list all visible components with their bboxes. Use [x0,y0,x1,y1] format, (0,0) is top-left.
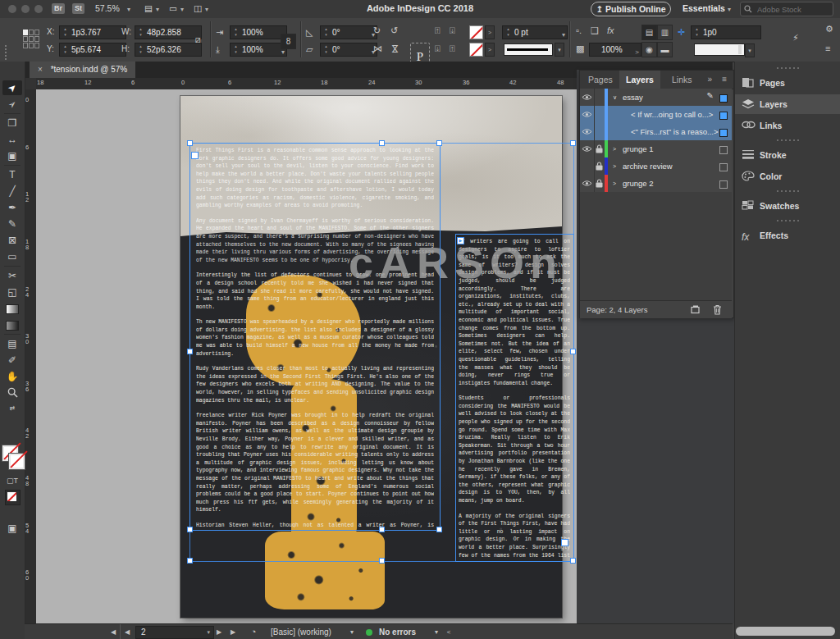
panel-menu-icon[interactable]: ≡ [722,71,727,89]
search-input[interactable] [756,3,833,15]
selection-handle[interactable] [570,558,576,564]
tab-layers[interactable]: Layers [619,71,660,89]
layer-row-essay[interactable]: ∨ essay ✎ [580,89,732,107]
ruler-origin-corner[interactable] [25,78,37,90]
selection-proxy[interactable] [719,94,728,103]
layer-row-grunge-2[interactable]: > grunge 2 [580,175,732,193]
selection-handle[interactable] [187,349,193,354]
collapse-panel-icon[interactable]: » [707,71,712,89]
stroke-swatch-none[interactable] [9,454,25,469]
opacity-field[interactable]: 100% > [589,43,641,57]
gap-tool[interactable]: ↔ [2,132,22,147]
visibility-toggle[interactable] [580,175,595,192]
selection-proxy[interactable] [719,129,728,137]
selection-handle[interactable] [379,140,385,146]
layer-row-text-frame-1[interactable]: < If wr...oing to call o...> [580,106,732,124]
content-collector-tool[interactable]: ▣ [2,148,22,163]
scissors-tool[interactable]: ✂ [2,268,22,283]
vertical-ruler[interactable]: 0 6 12 18 24 30 36 42 48 54 60 [25,89,37,623]
pencil-tool[interactable]: ✎ [2,217,22,231]
visibility-toggle[interactable] [580,89,595,106]
arrange-documents-chevron-icon[interactable]: ▾ [205,6,208,13]
stepper-icon[interactable]: ▴▾ [322,43,330,56]
preflight-status[interactable]: No errors [379,624,416,639]
align-top-icon[interactable]: ⍐ [435,25,441,36]
layer-item-name[interactable]: <" Firs...rst" is a reaso...> [631,123,719,140]
stroke-color-menu-icon[interactable]: > [485,25,495,39]
selection-handle[interactable] [187,140,193,146]
stroke-type-chevron-icon[interactable]: ▾ [555,43,564,57]
formatting-text-icon[interactable]: T [14,477,19,485]
drop-shadow-icon[interactable]: ❑ [591,25,599,36]
direct-selection-tool[interactable]: ➢ [2,97,22,112]
stock-search-box[interactable] [740,2,833,16]
profile-chevron-icon[interactable]: ▾ [348,624,356,639]
layer-name[interactable]: archive review [623,157,673,175]
visibility-toggle[interactable] [580,157,595,175]
live-corner-icon[interactable]: ✛ [678,27,685,38]
first-page-button[interactable]: ◀ [107,624,121,639]
selection-handle[interactable] [379,558,385,564]
distribute-icon[interactable]: ⍗ [450,25,455,36]
stepper-icon[interactable]: ▴▾ [504,26,512,39]
dock-item-stroke[interactable]: Stroke [735,145,840,165]
page-number-field[interactable]: 2 ▾ [135,626,214,639]
frame-tool[interactable]: ⊠ [2,233,22,248]
text-out-port[interactable] [561,539,568,546]
dock-item-pages[interactable]: Pages [735,73,840,93]
gradient-feather-tool[interactable] [2,317,22,332]
selection-proxy[interactable] [719,180,728,189]
type-tool[interactable]: T [2,167,22,182]
screen-mode-button[interactable]: ▣ [2,521,22,536]
h-field[interactable]: ▴▾ 52p6.326 [135,43,202,57]
fill-color-menu-icon[interactable]: > [485,43,495,57]
screen-mode-chevron-icon[interactable]: ▾ [180,6,184,13]
selection-proxy[interactable] [719,112,728,120]
pen-tool[interactable]: ✒ [2,200,22,215]
shear-angle-field[interactable]: ▴▾ 0° ▾ [320,43,377,57]
stepper-icon[interactable]: ▴▾ [62,43,69,56]
document-tab[interactable]: × *tension.indd @ 57% [30,62,135,78]
zoom-tool[interactable] [2,386,22,400]
stroke-weight-field[interactable]: ▴▾ 0 pt ▾ [502,25,568,39]
y-field[interactable]: ▴▾ 5p5.674 [59,43,126,57]
wrap-bounding-icon[interactable]: ▥ [657,25,673,40]
dock-grip[interactable] [776,66,801,70]
dock-scrollbar-thumb[interactable] [736,627,835,636]
preflight-profile[interactable]: [Basic] (working) [271,624,331,639]
layer-row-text-frame-2[interactable]: <" Firs...rst" is a reaso...> [580,123,732,141]
control-gear-icon[interactable]: ⚙ [825,24,833,34]
text-in-port[interactable]: ▶ [457,237,464,244]
scale-y-field[interactable]: ▴▾ 100% ▾ [230,43,287,57]
selection-handle[interactable] [436,527,442,532]
selection-handle[interactable] [570,140,576,146]
stepper-icon[interactable]: ▴▾ [693,26,701,39]
expand-arrow-icon[interactable]: > [613,140,621,157]
layer-name[interactable]: grunge 2 [623,175,654,192]
text-in-port[interactable] [191,152,199,159]
dock-item-layers[interactable]: Layers [735,94,840,114]
visibility-toggle[interactable] [580,106,595,123]
free-transform-tool[interactable]: ◱ [2,285,22,299]
align-bottom-icon[interactable]: ⍗ [435,43,441,54]
dock-item-effects[interactable]: fx Effects [735,226,840,245]
eyedropper-tool[interactable]: ✐ [2,353,22,367]
zoom-chevron-icon[interactable]: ▾ [127,6,130,13]
dock-grip[interactable] [776,189,801,193]
selection-handle[interactable] [570,349,576,354]
stepper-icon[interactable]: ▴▾ [232,26,240,39]
view-options-icon[interactable]: ▤ [144,3,153,13]
selection-proxy[interactable] [719,163,728,171]
selection-handle[interactable] [379,527,385,532]
corner-shape-dropdown[interactable] [694,43,745,56]
corner-size-field[interactable]: ▴▾ 1p0 [691,25,761,39]
scale-x-field[interactable]: ▴▾ 100% ▾ [230,25,287,39]
layer-name[interactable]: essay [623,89,643,106]
opacity-icon[interactable]: ▩ [576,43,584,54]
stock-button[interactable]: St [72,3,84,14]
selection-proxy[interactable] [719,146,728,154]
lock-toggle[interactable] [594,106,605,123]
hand-tool[interactable]: ✋ [2,369,22,384]
delete-layer-trash-icon[interactable] [713,304,722,315]
selection-handle[interactable] [187,527,193,532]
